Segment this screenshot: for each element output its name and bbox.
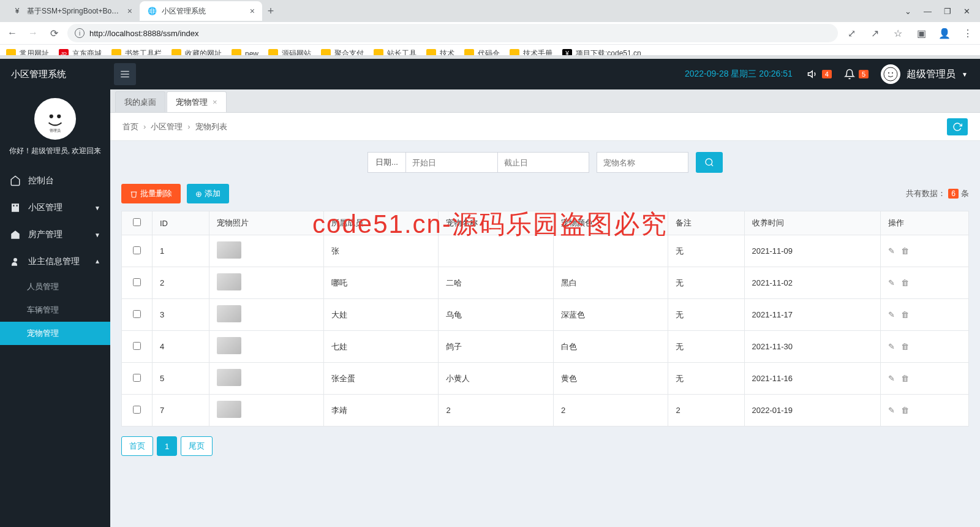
favicon-icon: ¥ <box>12 6 22 16</box>
url-input[interactable]: i http://localhost:8888/ssm/index <box>67 24 838 42</box>
bookmark-item[interactable]: 常用网址 <box>6 48 49 55</box>
caret-down-icon[interactable]: ⌄ <box>905 7 911 16</box>
bookmark-item[interactable]: 站长工具 <box>374 48 417 55</box>
address-bar: ← → ⟳ i http://localhost:8888/ssm/index … <box>0 22 980 44</box>
bookmark-item[interactable]: 技术 <box>426 48 454 55</box>
folder-icon <box>232 49 241 56</box>
bookmark-item[interactable]: 收藏的网址 <box>172 48 222 55</box>
bookmark-label: 书签工具栏 <box>125 48 162 55</box>
folder-icon: JD <box>59 49 69 56</box>
forward-icon[interactable]: → <box>26 26 40 40</box>
folder-icon <box>510 49 519 56</box>
new-tab-button[interactable]: + <box>262 2 279 20</box>
back-icon[interactable]: ← <box>5 26 20 40</box>
bookmark-label: 收藏的网址 <box>185 48 222 55</box>
bookmark-label: 项目下载:code51.cn <box>576 48 641 55</box>
bookmark-item[interactable]: new <box>232 49 258 56</box>
bookmark-label: 技术 <box>440 48 454 55</box>
tab-close-icon[interactable]: × <box>250 6 255 16</box>
menu-icon[interactable]: ⋮ <box>960 26 975 40</box>
bookmark-label: 源码网站 <box>282 48 311 55</box>
bookmark-item[interactable]: 代码仓 <box>464 48 500 55</box>
tab-title: 基于SSM+SpringBoot+BootSt <box>27 6 123 17</box>
folder-icon <box>374 49 383 56</box>
bookmark-label: 站长工具 <box>387 48 417 55</box>
bookmark-item[interactable]: 源码网站 <box>268 48 311 55</box>
folder-icon <box>6 49 16 56</box>
globe-icon: 🌐 <box>147 6 157 16</box>
bookmark-item[interactable]: JD京东商城 <box>59 48 102 55</box>
bookmark-item[interactable]: 书签工具栏 <box>111 48 162 55</box>
folder-icon <box>464 49 474 56</box>
folder-icon <box>268 49 278 56</box>
tab-title: 小区管理系统 <box>162 6 245 17</box>
bookmark-label: 聚合支付 <box>334 48 364 55</box>
bookmarks-bar: 常用网址JD京东商城书签工具栏收藏的网址new源码网站聚合支付站长工具技术代码仓… <box>0 44 980 55</box>
search-icon[interactable]: ⤢ <box>844 26 859 40</box>
browser-tab-ssm[interactable]: ¥ 基于SSM+SpringBoot+BootSt × <box>5 1 140 21</box>
bookmark-label: 技术手册 <box>523 48 552 55</box>
extensions-icon[interactable]: ▣ <box>914 26 929 40</box>
tab-close-icon[interactable]: × <box>127 6 132 16</box>
minimize-icon[interactable]: — <box>924 7 932 16</box>
folder-icon <box>111 49 121 56</box>
bookmark-label: new <box>245 50 258 56</box>
share-icon[interactable]: ↗ <box>867 26 882 40</box>
bookmark-label: 代码仓 <box>478 48 500 55</box>
star-icon[interactable]: ☆ <box>891 26 905 40</box>
bookmark-item[interactable]: 聚合支付 <box>321 48 364 55</box>
browser-chrome: ¥ 基于SSM+SpringBoot+BootSt × 🌐 小区管理系统 × +… <box>0 0 980 55</box>
close-window-icon[interactable]: ✕ <box>963 7 970 16</box>
folder-icon <box>172 49 181 56</box>
reload-icon[interactable]: ⟳ <box>47 26 61 40</box>
bookmark-label: 常用网址 <box>20 48 49 55</box>
bookmark-label: 京东商城 <box>72 48 102 55</box>
bookmark-item[interactable]: ¥项目下载:code51.cn <box>562 48 641 55</box>
maximize-icon[interactable]: ❐ <box>944 7 951 16</box>
window-controls: ⌄ — ❐ ✕ <box>895 7 980 16</box>
browser-tabs-row: ¥ 基于SSM+SpringBoot+BootSt × 🌐 小区管理系统 × +… <box>0 0 980 22</box>
folder-icon <box>426 49 436 56</box>
folder-icon: ¥ <box>562 49 572 56</box>
browser-tab-app[interactable]: 🌐 小区管理系统 × <box>140 1 262 21</box>
site-info-icon[interactable]: i <box>75 28 85 38</box>
url-text: http://localhost:8888/ssm/index <box>89 29 199 38</box>
folder-icon <box>321 49 331 56</box>
bookmark-item[interactable]: 技术手册 <box>510 48 552 55</box>
profile-icon[interactable]: 👤 <box>937 26 952 40</box>
